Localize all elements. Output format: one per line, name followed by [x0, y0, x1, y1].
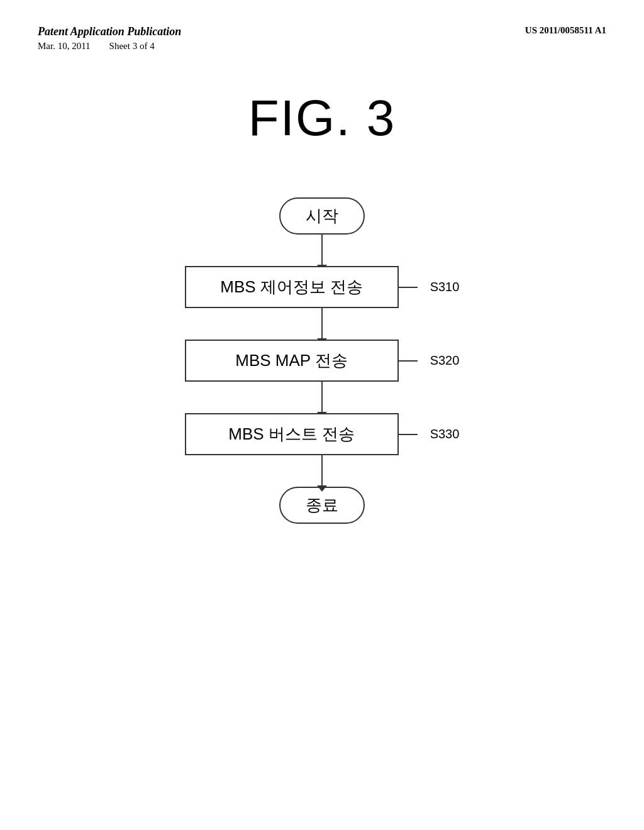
publication-date: Mar. 10, 2011 — [38, 41, 91, 52]
flowchart-diagram: 시작 MBS 제어정보 전송 S310 MBS MAP 전송 S320 MBS … — [0, 197, 644, 524]
figure-title: FIG. 3 — [0, 89, 644, 147]
patent-number: US 2011/0058511 A1 — [525, 25, 606, 36]
end-capsule: 종료 — [279, 487, 365, 524]
step-s320-connector — [399, 360, 418, 362]
step-s320-label: MBS MAP 전송 — [235, 351, 348, 370]
step-s330-connector — [399, 434, 418, 435]
step-s330-row: MBS 버스트 전송 S330 — [0, 413, 644, 455]
step-s310-box: MBS 제어정보 전송 — [185, 266, 399, 308]
step-s310-connector — [399, 287, 418, 288]
step-s320-box: MBS MAP 전송 — [185, 340, 399, 382]
step-s330-label: MBS 버스트 전송 — [228, 424, 355, 443]
arrow-s330-to-end — [321, 455, 323, 487]
step-s310-label: MBS 제어정보 전송 — [220, 277, 363, 296]
step-s310-id: S310 — [430, 280, 460, 294]
page-header: Patent Application Publication Mar. 10, … — [0, 0, 644, 52]
header-meta: Mar. 10, 2011 Sheet 3 of 4 — [38, 41, 181, 52]
sheet-info: Sheet 3 of 4 — [109, 41, 155, 52]
arrow-s310-to-s320 — [321, 308, 323, 340]
step-s320-id: S320 — [430, 353, 460, 368]
step-s320-row: MBS MAP 전송 S320 — [0, 340, 644, 382]
step-s310-row: MBS 제어정보 전송 S310 — [0, 266, 644, 308]
start-capsule: 시작 — [279, 197, 365, 235]
arrow-s320-to-s330 — [321, 382, 323, 413]
step-s330-id: S330 — [430, 427, 460, 441]
header-left: Patent Application Publication Mar. 10, … — [38, 25, 181, 52]
arrow-start-to-s310 — [321, 235, 323, 266]
step-s330-box: MBS 버스트 전송 — [185, 413, 399, 455]
publication-title: Patent Application Publication — [38, 25, 181, 38]
